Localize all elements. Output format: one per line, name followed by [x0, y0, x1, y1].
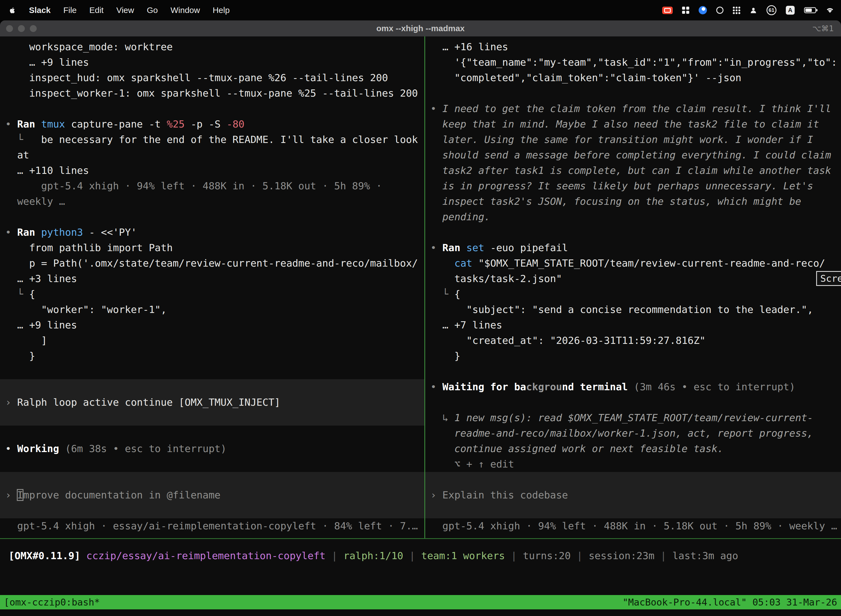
text-segment: └ — [431, 288, 454, 300]
text-segment: ⌥ + ↑ edit — [431, 458, 514, 470]
screen-overlay-tooltip: Scre — [816, 271, 841, 286]
composer-suggestion[interactable]: › Improve documentation in @filename — [0, 487, 424, 503]
text-segment: gpt-5.4 xhigh · essay/ai-reimplementatio… — [5, 520, 418, 532]
text-segment: turns:20 — [523, 550, 571, 561]
text-segment: keep that in mind. Maybe I also need the… — [431, 119, 819, 130]
user-icon[interactable] — [750, 7, 757, 14]
text-segment: Ralph loop active continue [OMX_TMUX_INJ… — [17, 397, 280, 408]
terminal-line: tasks/task-2.json" — [425, 271, 841, 286]
terminal-line: '{"team_name":"my-team","task_id":"1","f… — [425, 55, 841, 70]
text-segment: Working — [17, 443, 59, 454]
apple-menu-icon[interactable] — [9, 6, 16, 15]
terminal-line: • Ran set -euo pipefail — [425, 240, 841, 255]
terminal-line: continue assigned work or next feasible … — [425, 441, 841, 456]
text-segment: set — [466, 242, 484, 253]
text-segment: workspace_mode: worktree — [5, 41, 173, 53]
text-segment: "created_at": "2026-03-31T11:59:27.816Z" — [431, 335, 706, 346]
menu-help[interactable]: Help — [213, 6, 230, 15]
text-segment: continue assigned work or next feasible … — [431, 443, 724, 454]
text-segment: '{"team_name":"my-team","task_id":"1","f… — [431, 57, 837, 68]
text-segment: ralph:1/10 — [343, 550, 403, 561]
terminal-line: … +110 lines — [0, 163, 424, 178]
window-titlebar[interactable]: omx --xhigh --madmax ⌥⌘1 — [0, 21, 841, 37]
terminal-line: cat "$OMX_TEAM_STATE_ROOT/team/review-cu… — [425, 255, 841, 271]
terminal-line — [0, 364, 424, 379]
terminal-line — [425, 364, 841, 379]
terminal-line: "subject": "send a concise recommendatio… — [425, 302, 841, 317]
menu-bar-left: SlackFileEditViewGoWindowHelp — [0, 6, 230, 15]
text-segment: Ran — [17, 227, 41, 238]
terminal-line: └ { — [425, 286, 841, 302]
dots-grid-icon[interactable] — [733, 7, 740, 14]
circle-app-icon[interactable] — [716, 7, 724, 14]
text-segment: I need to get the claim token from the c… — [442, 103, 831, 114]
menu-file[interactable]: File — [63, 6, 76, 15]
menu-go[interactable]: Go — [147, 6, 158, 15]
text-segment: ] — [5, 335, 47, 346]
highlight-row[interactable] — [425, 503, 841, 518]
highlight-row[interactable] — [0, 503, 424, 518]
terminal-line: • Working (6m 38s • esc to interrupt) — [0, 441, 424, 456]
terminal-line: should send a message before completing … — [425, 147, 841, 163]
terminal-line: from pathlib import Path — [0, 240, 424, 255]
text-segment: Ran — [442, 242, 466, 253]
text-segment: tmux — [41, 119, 65, 130]
text-segment: • — [431, 103, 442, 114]
menu-slack[interactable]: Slack — [29, 6, 50, 15]
zoom-button[interactable] — [30, 25, 37, 32]
menu-view[interactable]: View — [116, 6, 134, 15]
tmux-pane-divider[interactable] — [424, 37, 425, 538]
text-segment: -p -S — [185, 119, 227, 130]
composer-suggestion[interactable]: › Explain this codebase — [425, 487, 841, 503]
text-segment: "completed","claim_token":"claim-token"}… — [431, 72, 741, 84]
text-segment: } — [431, 350, 460, 362]
highlight-row[interactable] — [0, 379, 424, 395]
blue-app-icon[interactable] — [699, 6, 707, 14]
text-segment: ckgrou — [526, 381, 562, 392]
terminal-line: task2 after task1 is complete, but can I… — [425, 163, 841, 178]
window-manager-icon[interactable] — [682, 7, 689, 14]
text-segment: "worker": "worker-1", — [5, 304, 167, 315]
text-segment: › — [431, 489, 442, 501]
terminal-line: "completed","claim_token":"claim-token"}… — [425, 70, 841, 85]
highlight-row[interactable] — [0, 410, 424, 425]
text-segment: %25 — [167, 119, 185, 130]
badge-61-icon[interactable]: 61 — [766, 5, 777, 15]
terminal-line: └ { — [0, 286, 424, 302]
close-button[interactable] — [6, 25, 13, 32]
text-segment: • — [5, 443, 17, 454]
terminal-pane-left[interactable]: workspace_mode: worktree … +9 lines insp… — [0, 37, 424, 541]
text-segment: └ — [5, 288, 29, 300]
menu-edit[interactable]: Edit — [89, 6, 104, 15]
text-segment: | — [403, 550, 421, 561]
tmux-host-clock: "MacBook-Pro-44.local" 05:03 31-Mar-26 — [623, 597, 837, 608]
terminal-line: └ be necessary for the end of the README… — [0, 132, 424, 147]
highlight-row[interactable] — [425, 472, 841, 487]
text-segment: | — [571, 550, 589, 561]
wifi-icon[interactable] — [826, 7, 834, 14]
text-segment: | — [655, 550, 673, 561]
menu-window[interactable]: Window — [170, 6, 200, 15]
screen-recording-icon[interactable] — [662, 7, 673, 14]
terminal-line: … +16 lines — [425, 39, 841, 55]
menubar-status-icons: 61 A — [662, 5, 841, 15]
text-segment: › — [5, 489, 17, 501]
terminal-line: gpt-5.4 xhigh · essay/ai-reimplementatio… — [0, 518, 424, 534]
text-segment: gpt-5.4 xhigh · 94% left · 488K in · 5.1… — [5, 180, 382, 192]
text-segment: … +7 lines — [431, 319, 502, 331]
text-segment: (3m 46s • esc to interrupt) — [634, 381, 795, 392]
tmux-session-window[interactable]: [omx-cczip0:bash* — [4, 597, 100, 608]
terminal-line: inspect_worker-1: omx sparkshell --tmux-… — [0, 85, 424, 101]
terminal-line — [0, 456, 424, 472]
terminal-line: … +7 lines — [425, 317, 841, 333]
text-segment: } — [5, 350, 35, 362]
minimize-button[interactable] — [18, 25, 25, 32]
highlight-row[interactable] — [0, 472, 424, 487]
ralph-loop-banner[interactable]: › Ralph loop active continue [OMX_TMUX_I… — [0, 395, 424, 410]
text-segment: └ — [5, 134, 41, 145]
battery-icon[interactable] — [804, 7, 816, 13]
keyboard-layout-icon[interactable]: A — [786, 6, 795, 15]
text-segment: from pathlib import Path — [5, 242, 173, 253]
text-segment: should send a message before completing … — [431, 149, 831, 161]
terminal-pane-right[interactable]: … +16 lines '{"team_name":"my-team","tas… — [425, 37, 841, 541]
